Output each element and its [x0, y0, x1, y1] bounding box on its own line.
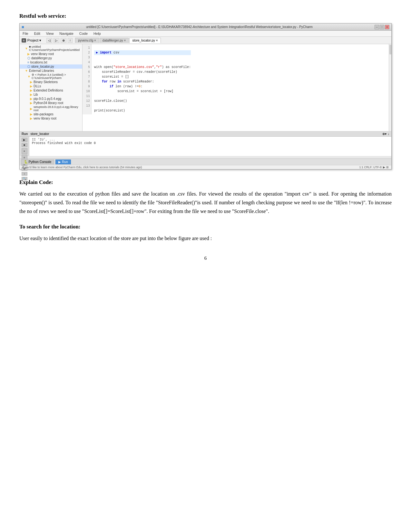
py-icon: ⬡	[27, 65, 30, 68]
minimize-button[interactable]: ─	[375, 25, 379, 29]
tree-root[interactable]: ▼ ■ untitled C:\Users\user\PycharmProjec…	[20, 45, 82, 52]
panel-icon: ≡	[22, 38, 26, 43]
tab-datamerger[interactable]: dataMerger.py ×	[100, 38, 129, 43]
ide-menubar: File Edit View Navigate Code Help	[20, 31, 391, 37]
tree-locations-label: locations.txt	[30, 61, 47, 64]
project-panel-toggle[interactable]: ≡ Project ▾	[22, 38, 41, 43]
run-output: Process finished with exit code 0	[32, 141, 389, 145]
run-right-controls[interactable]: ⊕▾ ↓	[382, 132, 389, 136]
editor-scrollbar[interactable]	[389, 44, 391, 131]
run-label-area: Run store_locator	[22, 132, 49, 136]
ide-main-area: ▼ ■ untitled C:\Users\user\PycharmProjec…	[20, 44, 391, 131]
tree-pip[interactable]: ▶ pip-9.0.1-py3.4.egg	[20, 97, 82, 101]
tree-venv[interactable]: ▶ venv library root	[20, 52, 82, 56]
ide-window-buttons[interactable]: ─ □ ×	[375, 25, 389, 29]
tree-binary-label: Binary Skeletons	[34, 80, 58, 84]
run-stop-btn[interactable]: ■	[22, 143, 27, 147]
ide-editor[interactable]: 12345678910111213 ▶ import csv with open…	[83, 44, 391, 131]
tree-pip-label: pip-9.0.1-py3.4.egg	[34, 97, 61, 101]
folder-icon: ▶	[30, 84, 33, 88]
folder-icon: ▶	[30, 112, 33, 116]
menu-view[interactable]: View	[45, 31, 55, 36]
close-button[interactable]: ×	[385, 25, 389, 29]
tree-sitepackages-label: site-packages	[34, 112, 54, 116]
tree-venv-label: venv library root	[31, 52, 54, 56]
line-numbers: 12345678910111213	[83, 44, 92, 114]
folder-icon: ▼	[27, 75, 31, 78]
folder-icon: ▶	[30, 101, 33, 105]
run-label: Run	[22, 132, 28, 136]
statusbar-right-info: 1:1 CRLF: UTF-8: ▶ ⊞	[359, 166, 389, 169]
menu-edit[interactable]: Edit	[33, 31, 41, 36]
menu-code[interactable]: Code	[78, 31, 89, 36]
folder-icon: ▶	[30, 97, 33, 101]
nav-add-btn[interactable]: ⊕	[61, 38, 66, 43]
run-config-name: store_locator	[30, 132, 49, 136]
tree-storelocator[interactable]: ⬡ store_locator.py	[20, 64, 82, 69]
run-btn6[interactable]: 🔍	[22, 177, 27, 180]
tree-sitepackages[interactable]: ▶ site-packages	[20, 112, 82, 116]
bottom-tab-run[interactable]: ▶ Run	[55, 160, 71, 164]
editor-tabs[interactable]: pyvenv.cfg × dataMerger.py × store_locat…	[75, 38, 161, 43]
tree-storelocator-label: store_locator.py	[31, 65, 54, 68]
tree-lib[interactable]: ▶ Lib	[20, 92, 82, 97]
menu-file[interactable]: File	[22, 31, 29, 36]
run-settings-btn[interactable]: ⊕▾	[382, 132, 387, 136]
ide-title: untitled [C:\Users\user\PycharmProjects\…	[24, 25, 375, 29]
run-sidebar[interactable]: ▶ ■ ≡ ≡ ⊞ ⚙ ↕ 🔍	[20, 137, 29, 156]
tree-extlibs-label: External Libraries	[29, 69, 54, 73]
heading-restful: Restful web service:	[19, 13, 392, 19]
tree-python34lib-label: Python34 library root	[34, 101, 63, 105]
nav-forward-btn[interactable]: ▷	[54, 38, 59, 43]
folder-icon: ▶	[30, 89, 33, 92]
nav-up-btn[interactable]: ↑	[68, 38, 73, 43]
heading-explain: Explain Code:	[19, 179, 392, 186]
run-extra-btns[interactable]: ≡ ≡	[22, 148, 27, 160]
run-play-btn[interactable]: ▶	[22, 138, 27, 142]
folder-icon: ▼	[25, 69, 28, 73]
run-btn5[interactable]: ↕	[22, 172, 27, 176]
ide-run-panel: Run store_locator ⊕▾ ↓ ▶ ■ ≡ ≡ ⊞	[20, 131, 391, 159]
run-output-area: II 'IU', ... Process finished with exit …	[29, 137, 391, 156]
menu-help[interactable]: Help	[93, 31, 102, 36]
body-text-search: User easily to identified the exact loca…	[19, 234, 392, 243]
tree-lib-label: Lib	[34, 93, 38, 96]
bottom-tab-python-console[interactable]: 🐍 Python Console	[21, 160, 54, 164]
ide-filetree[interactable]: ▼ ■ untitled C:\Users\user\PycharmProjec…	[20, 44, 83, 131]
tab-pyvenv[interactable]: pyvenv.cfg ×	[75, 38, 99, 43]
tree-extdefs[interactable]: ▶ Extended Definitions	[20, 88, 82, 92]
run-prompt: II 'IU', ...	[32, 138, 389, 141]
search-location-section: To search for the location: User easily …	[19, 224, 392, 243]
run-minimize-btn[interactable]: ↓	[388, 132, 389, 136]
tree-setuptools[interactable]: ▶ setuptools-28.8.0-py3.4.egg library ro…	[20, 105, 82, 112]
ide-screenshot: ■ untitled [C:\Users\user\PycharmProject…	[19, 23, 392, 169]
file-icon: ≡	[27, 61, 29, 64]
tree-extlibs[interactable]: ▼ External Libraries	[20, 69, 82, 73]
run-btn1[interactable]: ≡	[22, 148, 27, 154]
nav-back-btn[interactable]: ◁	[46, 38, 52, 43]
code-content[interactable]: ▶ import csv with open("store_locations.…	[92, 44, 193, 114]
tree-extdefs-label: Extended Definitions	[34, 89, 63, 92]
tree-venvlib[interactable]: ▶ venv library root	[20, 116, 82, 121]
run-toolbar: Run store_locator ⊕▾ ↓	[20, 131, 391, 137]
project-label[interactable]: Project ▾	[27, 38, 41, 43]
tree-datamerger[interactable]: ⬡ dataMerger.py	[20, 56, 82, 60]
tree-venvlib-label: venv library root	[34, 117, 56, 120]
tree-python34[interactable]: ▼ ⚙ < Python 3.4 (untitled) > C:\Users\u…	[20, 73, 82, 80]
maximize-button[interactable]: □	[380, 25, 384, 29]
page-number: 6	[19, 256, 392, 261]
tree-dlls[interactable]: ▶ DLLs	[20, 84, 82, 88]
folder-icon: ▶	[30, 80, 33, 84]
folder-icon: ▼	[25, 47, 28, 50]
nav-buttons[interactable]: ◁ ▷ ⊕ ↑	[46, 38, 73, 43]
statusbar-info-text: If you'd like to learn more about PyChar…	[22, 166, 142, 169]
run-content: ▶ ■ ≡ ≡ ⊞ ⚙ ↕ 🔍 II 'IU', ... Process fin…	[20, 137, 391, 156]
menu-navigate[interactable]: Navigate	[58, 31, 74, 36]
tree-locations[interactable]: ≡ locations.txt	[20, 60, 82, 64]
tab-storelocator[interactable]: store_locator.py ×	[129, 38, 161, 43]
ide-bottom-tabs[interactable]: 🐍 Python Console ▶ Run	[20, 159, 391, 165]
tree-binary[interactable]: ▶ Binary Skeletons	[20, 80, 82, 84]
tree-python34lib[interactable]: ▶ Python34 library root	[20, 101, 82, 105]
folder-icon: ▶	[30, 117, 33, 120]
tree-dlls-label: DLLs	[34, 84, 41, 88]
